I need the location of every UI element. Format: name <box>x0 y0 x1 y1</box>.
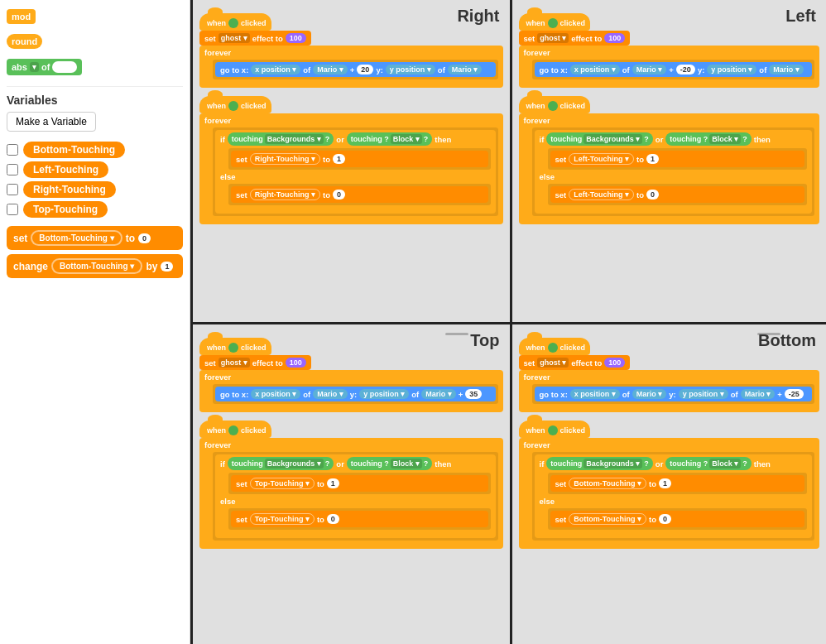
right-touching-bg: touching Backgrounds ▾ ? <box>228 132 334 146</box>
top-forever2: forever if touching Backgrounds ▾ ? or t… <box>199 438 503 549</box>
top-group2: when clicked forever if touching Backgro… <box>199 421 503 549</box>
left-forever2: forever if touching Backgrounds ▾ ? or t… <box>519 113 820 224</box>
quadrants-grid: Right when clicked set ghost ▾ effect to… <box>190 0 826 644</box>
quadrant-left: Left when clicked set ghost ▾ effect to … <box>510 0 827 322</box>
top-goto: go to x: x position ▾ of Mario ▾ y: y po… <box>215 387 496 401</box>
bottom-hat2[interactable]: when clicked <box>519 421 591 438</box>
bottom-set-true: set Bottom-Touching ▾ to 1 <box>550 475 805 492</box>
flag-icon-l2 <box>548 101 558 111</box>
right-set-ghost: set ghost ▾ effect to 100 <box>199 31 311 46</box>
mod-row: mod <box>7 9 183 24</box>
top-label: Top <box>470 331 499 350</box>
bottom-hat1[interactable]: when clicked <box>519 338 591 355</box>
quadrant-right: Right when clicked set ghost ▾ effect to… <box>193 0 510 322</box>
set-var-dropdown[interactable]: Bottom-Touching ▾ <box>31 230 122 246</box>
var-item-top-touching: Top-Touching <box>7 201 183 218</box>
bottom-set-false: set Bottom-Touching ▾ to 0 <box>550 511 805 527</box>
round-block[interactable]: round <box>7 34 42 49</box>
sidebar-top: mod round abs ▾ of <box>7 7 183 78</box>
left-label: Left <box>785 7 816 26</box>
left-group2: when clicked forever if touching Backgro… <box>519 96 820 224</box>
right-touching-label[interactable]: Right-Touching <box>23 181 116 198</box>
change-value[interactable]: 1 <box>161 262 173 272</box>
top-hat1[interactable]: when clicked <box>199 338 271 355</box>
right-group2: when clicked forever if touching Backgro… <box>199 96 503 224</box>
change-var-dropdown[interactable]: Bottom-Touching ▾ <box>51 258 142 274</box>
abs-row: abs ▾ of <box>7 59 183 75</box>
abs-label: abs <box>12 62 27 72</box>
mod-label: mod <box>12 12 31 22</box>
top-set-true: set Top-Touching ▾ to 1 <box>231 475 488 492</box>
right-forever2: forever if touching Backgrounds ▾ ? or t… <box>199 113 503 224</box>
bottom-goto: go to x: x position ▾ of Mario ▾ y: y po… <box>535 387 813 401</box>
left-hat2[interactable]: when clicked <box>519 96 591 113</box>
top-forever1: forever go to x: x position ▾ of Mario ▾… <box>199 370 503 412</box>
top-touching-checkbox[interactable] <box>7 204 18 215</box>
main-container: mod round abs ▾ of Variables <box>0 0 826 644</box>
right-if-block: if touching Backgrounds ▾ ? or touching … <box>215 130 496 214</box>
top-touching-label[interactable]: Top-Touching <box>23 201 108 218</box>
left-offset[interactable]: -20 <box>676 65 695 74</box>
left-forever1: forever go to x: x position ▾ of Mario ▾… <box>519 46 820 88</box>
ghost-value: 100 <box>286 33 306 43</box>
set-bottom-touching-block: set Bottom-Touching ▾ to 0 <box>7 226 183 250</box>
change-bottom-touching-block: change Bottom-Touching ▾ by 1 <box>7 254 183 278</box>
flag-icon-t1 <box>228 343 238 353</box>
bottom-offset[interactable]: -25 <box>785 389 804 399</box>
flag-icon-b1 <box>548 343 558 353</box>
bottom-if-block: if touching Backgrounds ▾ ? or touching … <box>535 454 813 538</box>
bottom-touching-label[interactable]: Bottom-Touching <box>23 142 125 158</box>
change-label: change <box>13 261 48 272</box>
var-item-left-touching: Left-Touching <box>7 161 183 178</box>
set-value[interactable]: 0 <box>138 233 151 243</box>
var-item-bottom-touching: Bottom-Touching <box>7 142 183 158</box>
abs-input[interactable] <box>52 61 77 73</box>
of-label: of <box>41 62 50 72</box>
flag-icon-t2 <box>228 425 238 435</box>
right-forever1: forever go to x: x position ▾ of Mario ▾… <box>199 46 503 88</box>
right-hat1-clicked: clicked <box>241 19 267 27</box>
left-goto: go to x: x position ▾ of Mario ▾ + -20 y… <box>535 62 813 77</box>
mod-block[interactable]: mod <box>7 9 36 24</box>
top-if-block: if touching Backgrounds ▾ ? or touching … <box>215 454 496 538</box>
right-hat1-text: when <box>207 19 226 27</box>
right-hat1[interactable]: when clicked <box>199 13 271 31</box>
right-touching-checkbox[interactable] <box>7 184 18 195</box>
quadrant-bottom: Bottom when clicked set ghost ▾ effect t… <box>510 322 827 644</box>
top-set-false: set Top-Touching ▾ to 0 <box>231 511 488 527</box>
right-hat2[interactable]: when clicked <box>199 96 271 113</box>
top-hat2[interactable]: when clicked <box>199 421 271 438</box>
ghost-dd[interactable]: ghost ▾ <box>219 33 250 43</box>
top-offset[interactable]: 35 <box>465 389 482 399</box>
bottom-group2: when clicked forever if touching Backgro… <box>519 421 820 549</box>
top-minimize-bar[interactable] <box>445 333 468 335</box>
bottom-label: Bottom <box>758 331 816 350</box>
by-label: by <box>146 261 157 272</box>
flag-icon-b2 <box>548 425 558 435</box>
abs-dropdown[interactable]: ▾ <box>30 62 39 72</box>
var-item-right-touching: Right-Touching <box>7 181 183 198</box>
flag-icon-l1 <box>548 18 558 28</box>
bottom-forever2: forever if touching Backgrounds ▾ ? or t… <box>519 438 820 549</box>
variables-section: Variables Make a Variable Bottom-Touchin… <box>7 86 183 278</box>
round-label: round <box>12 36 37 46</box>
left-set-false: set Left-Touching ▾ to 0 <box>550 186 805 203</box>
right-offset[interactable]: 20 <box>357 65 373 74</box>
right-set-true: set Right-Touching ▾ to 1 <box>231 151 488 167</box>
left-touching-label[interactable]: Left-Touching <box>23 161 108 178</box>
quadrant-top: Top when clicked set ghost ▾ effect to 1… <box>193 322 510 644</box>
right-forever1-body: go to x: x position ▾ of Mario ▾ + 20 y:… <box>213 60 498 79</box>
right-set-false: set Right-Touching ▾ to 0 <box>231 186 488 203</box>
left-touching-checkbox[interactable] <box>7 164 18 175</box>
left-group1: when clicked set ghost ▾ effect to 100 f… <box>519 13 820 88</box>
abs-block[interactable]: abs ▾ of <box>7 59 82 75</box>
bottom-forever1: forever go to x: x position ▾ of Mario ▾… <box>519 370 820 412</box>
make-variable-button[interactable]: Make a Variable <box>7 112 96 132</box>
bottom-touching-checkbox[interactable] <box>7 144 18 156</box>
top-set-ghost: set ghost ▾ effect to 100 <box>199 355 311 370</box>
left-hat1[interactable]: when clicked <box>519 13 591 31</box>
left-set-true: set Left-Touching ▾ to 1 <box>550 151 805 167</box>
top-group1: when clicked set ghost ▾ effect to 100 f… <box>199 338 503 412</box>
right-touching-block: touching ? Block ▾ ? <box>347 132 433 146</box>
left-if-block: if touching Backgrounds ▾ ? or touching … <box>535 130 813 214</box>
